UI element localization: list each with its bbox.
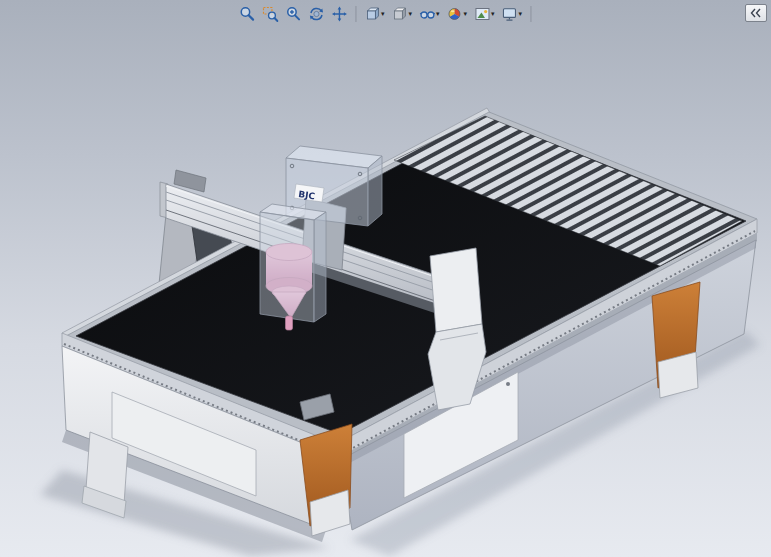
dropdown-caret[interactable]: ▾ <box>464 10 468 18</box>
dropdown-caret[interactable]: ▾ <box>491 10 495 18</box>
hide-show-items-button[interactable]: ▾ <box>416 2 443 26</box>
right-support-block <box>430 248 482 332</box>
cover-side-face <box>368 156 382 226</box>
scene-photo-icon <box>474 6 490 22</box>
toolbar-separator <box>530 6 531 22</box>
viewport-3d[interactable]: BJC <box>0 0 771 557</box>
monitor-icon <box>502 6 518 22</box>
apply-scene-button[interactable]: ▾ <box>471 2 498 26</box>
pan-button[interactable] <box>328 2 350 26</box>
tool-bit <box>286 316 293 330</box>
heads-up-toolbar: ▾ ▾ ▾ <box>236 2 535 26</box>
glasses-icon <box>419 6 435 22</box>
rotate-view-button[interactable] <box>305 2 327 26</box>
view-cube-icon <box>364 6 380 22</box>
dropdown-caret[interactable]: ▾ <box>381 10 385 18</box>
zoom-to-fit-button[interactable] <box>236 2 258 26</box>
dropdown-caret[interactable]: ▾ <box>436 10 440 18</box>
task-pane-toggle-button[interactable] <box>745 4 767 22</box>
z-cover-side <box>314 212 326 322</box>
view-settings-button[interactable]: ▾ <box>499 2 526 26</box>
z-cover-front <box>260 212 314 322</box>
dropdown-caret[interactable]: ▾ <box>519 10 523 18</box>
view-orientation-button[interactable]: ▾ <box>361 2 388 26</box>
display-style-button[interactable]: ▾ <box>388 2 415 26</box>
edit-appearance-button[interactable]: ▾ <box>444 2 471 26</box>
zoom-in-out-button[interactable] <box>282 2 304 26</box>
door-handle <box>506 382 510 386</box>
cad-viewport-window: ▾ ▾ ▾ <box>0 0 771 557</box>
zoom-to-fit-icon <box>239 6 255 22</box>
zoom-to-area-button[interactable] <box>259 2 281 26</box>
rotate-view-icon <box>308 6 324 22</box>
collapse-chevrons-icon <box>750 8 762 18</box>
cnc-machine-model[interactable]: BJC <box>40 108 760 556</box>
color-sphere-icon <box>447 6 463 22</box>
toolbar-separator <box>355 6 356 22</box>
shaded-cube-icon <box>391 6 407 22</box>
zoom-in-out-icon <box>285 6 301 22</box>
spindle-assembly[interactable] <box>260 204 326 330</box>
pan-icon <box>331 6 347 22</box>
dropdown-caret[interactable]: ▾ <box>408 10 412 18</box>
zoom-to-area-icon <box>262 6 278 22</box>
